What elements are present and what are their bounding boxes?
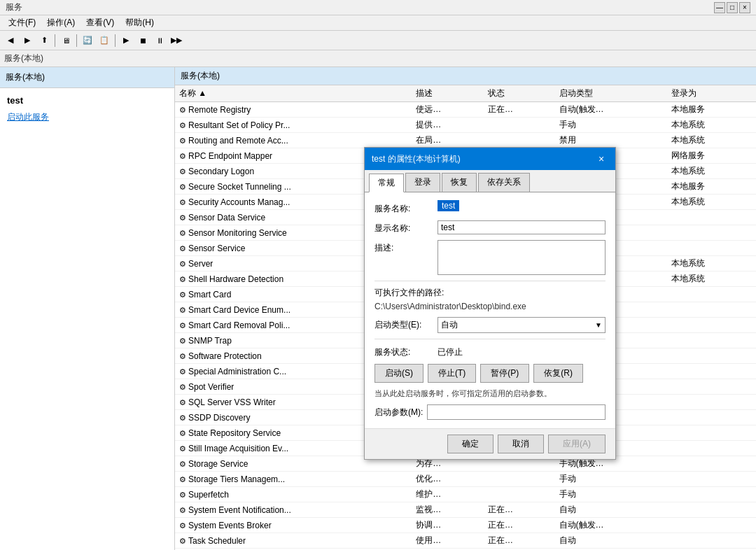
cell-logon: [667, 364, 756, 379]
menu-help[interactable]: 帮助(H): [120, 15, 160, 30]
cell-status: 正在…: [484, 102, 554, 118]
desc-textarea[interactable]: [438, 240, 606, 275]
menu-file[interactable]: 文件(F): [3, 15, 41, 30]
dialog-tab-depend[interactable]: 依存关系: [478, 173, 530, 192]
toolbar-up[interactable]: ⬆: [36, 33, 52, 48]
left-panel-title: 服务(本地): [6, 72, 45, 82]
service-icon: ⚙: [179, 352, 186, 360]
cell-logon: 本地服务: [667, 179, 756, 195]
menu-action[interactable]: 操作(A): [41, 15, 80, 30]
menu-view[interactable]: 查看(V): [80, 15, 120, 30]
pause-service-button[interactable]: 暂停(P): [480, 364, 529, 383]
stop-service-button[interactable]: 停止(T): [428, 364, 476, 383]
service-icon: ⚙: [179, 213, 186, 222]
service-status-row: 服务状态: 已停止: [374, 346, 606, 358]
table-row[interactable]: ⚙Task Scheduler 使用… 正在… 自动: [175, 533, 756, 549]
dialog-tab-general[interactable]: 常规: [369, 174, 404, 192]
toolbar-resume[interactable]: ▶▶: [169, 33, 184, 48]
dialog-close-button[interactable]: ×: [594, 152, 608, 166]
toolbar-stop[interactable]: ⏹: [135, 33, 150, 48]
cell-startup: 自动(触发…: [555, 518, 668, 533]
service-name-label: 服务名称:: [374, 201, 438, 215]
cell-logon: 本地系统: [667, 256, 756, 272]
start-service-button[interactable]: 启动(S): [374, 364, 424, 383]
title-bar: 服务 — □ ×: [0, 0, 756, 15]
cell-logon: 本地服务: [667, 102, 756, 118]
exe-path-section: 可执行文件的路径: C:\Users\Administrator\Desktop…: [374, 287, 606, 311]
cell-logon: [667, 441, 756, 456]
cell-logon: [667, 518, 756, 533]
cell-desc: 监视…: [412, 502, 484, 518]
cancel-button[interactable]: 取消: [498, 435, 544, 453]
col-logon[interactable]: 登录为: [667, 85, 756, 102]
breadcrumb-bar: 服务(本地): [0, 50, 756, 67]
service-icon: ⚙: [179, 306, 186, 314]
service-icon: ⚙: [179, 136, 186, 145]
maximize-button[interactable]: □: [727, 2, 738, 13]
close-button[interactable]: ×: [739, 2, 750, 13]
service-status-value: 已停止: [438, 346, 463, 358]
cell-status: [484, 487, 554, 502]
toolbar-start[interactable]: ▶: [118, 33, 134, 48]
cell-logon: [667, 487, 756, 502]
cell-logon: [667, 210, 756, 225]
start-service-link[interactable]: 启动此服务: [7, 112, 49, 122]
cell-name: ⚙Superfetch: [175, 487, 412, 502]
start-params-input[interactable]: [427, 404, 606, 420]
dialog-title-bar: test 的属性(本地计算机) ×: [365, 148, 615, 170]
apply-button[interactable]: 应用(A): [548, 435, 606, 453]
service-name-row: 服务名称: test: [374, 201, 606, 215]
cell-desc: 提供…: [412, 118, 484, 133]
cell-status: [484, 118, 554, 133]
table-row[interactable]: ⚙Superfetch 维护… 手动: [175, 487, 756, 502]
toolbar-properties[interactable]: 📋: [97, 33, 112, 48]
table-row[interactable]: ⚙System Events Broker 协调… 正在… 自动(触发…: [175, 518, 756, 533]
service-icon: ⚙: [179, 321, 186, 330]
toolbar-pause[interactable]: ⏸: [152, 33, 167, 48]
service-name-field[interactable]: test: [438, 200, 459, 211]
startup-type-dropdown[interactable]: 自动 ▼: [438, 317, 606, 333]
exe-path-value: C:\Users\Administrator\Desktop\bind.exe: [374, 302, 606, 311]
toolbar-back[interactable]: ◀: [3, 33, 18, 48]
service-icon: ⚙: [179, 229, 186, 237]
col-status[interactable]: 状态: [484, 85, 554, 102]
toolbar-refresh[interactable]: 🔄: [80, 33, 95, 48]
service-icon: ⚙: [179, 106, 186, 114]
ok-button[interactable]: 确定: [447, 435, 493, 453]
cell-desc: 维护…: [412, 487, 484, 502]
cell-startup: 禁用: [555, 133, 668, 148]
table-row[interactable]: ⚙Remote Registry 使远… 正在… 自动(触发… 本地服务: [175, 102, 756, 118]
right-panel-header: 服务(本地): [175, 67, 756, 85]
cell-logon: [667, 318, 756, 333]
startup-type-label: 启动类型(E):: [374, 319, 438, 331]
start-params-label: 启动参数(M):: [374, 407, 423, 418]
toolbar-show-hide[interactable]: 🖥: [58, 33, 74, 48]
dialog-tab-recover[interactable]: 恢复: [442, 173, 477, 192]
cell-desc: 协调…: [412, 518, 484, 533]
service-icon: ⚙: [179, 198, 186, 206]
display-name-input[interactable]: [438, 220, 606, 234]
service-status-label: 服务状态:: [374, 346, 438, 358]
col-startup[interactable]: 启动类型: [555, 85, 668, 102]
cell-status: 正在…: [484, 533, 554, 549]
cell-status: [484, 472, 554, 487]
right-panel-title: 服务(本地): [181, 71, 220, 80]
service-icon: ⚙: [179, 460, 186, 468]
cell-startup: 手动: [555, 472, 668, 487]
toolbar-forward[interactable]: ▶: [20, 33, 35, 48]
service-icon: ⚙: [179, 521, 186, 530]
dialog-tab-logon[interactable]: 登录: [405, 173, 440, 192]
table-row[interactable]: ⚙Resultant Set of Policy Pr... 提供… 手动 本地…: [175, 118, 756, 133]
breadcrumb-text: 服务(本地): [4, 52, 43, 64]
cell-name: ⚙Remote Registry: [175, 102, 412, 118]
cell-desc: 在局…: [412, 133, 484, 148]
table-row[interactable]: ⚙Routing and Remote Acc... 在局… 禁用 本地系统: [175, 133, 756, 148]
col-desc[interactable]: 描述: [412, 85, 484, 102]
table-row[interactable]: ⚙Storage Tiers Managem... 优化… 手动: [175, 472, 756, 487]
resume-service-button[interactable]: 依复(R): [533, 364, 583, 383]
col-name[interactable]: 名称 ▲: [175, 85, 412, 102]
service-icon: ⚙: [179, 337, 186, 345]
cell-startup: 自动: [555, 533, 668, 549]
minimize-button[interactable]: —: [714, 2, 725, 13]
table-row[interactable]: ⚙System Event Notification... 监视… 正在… 自动: [175, 502, 756, 518]
